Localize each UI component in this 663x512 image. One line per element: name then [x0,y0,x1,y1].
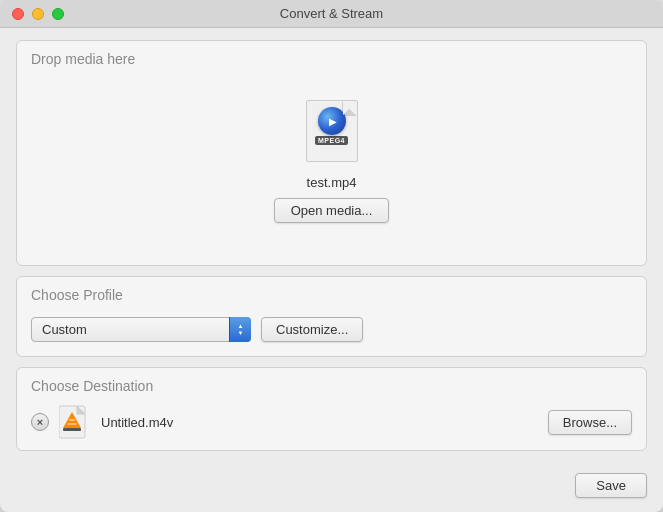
customize-button[interactable]: Customize... [261,317,363,342]
profile-row: Custom ▲ ▼ Customize... [31,313,632,346]
bottom-bar: Save [0,467,663,512]
drop-area[interactable]: MPEG4 test.mp4 Open media... [31,67,632,255]
destination-row: × Untitled.m4v Browse... [31,404,632,440]
open-media-button[interactable]: Open media... [274,198,390,223]
window-title: Convert & Stream [280,6,383,21]
mpeg4-badge: MPEG4 [315,136,348,145]
file-paper: MPEG4 [306,100,358,162]
vlc-icon [59,404,91,440]
quicktime-icon [318,107,346,135]
browse-button[interactable]: Browse... [548,410,632,435]
choose-profile-label: Choose Profile [31,287,632,303]
dropped-file-name: test.mp4 [307,175,357,190]
svg-rect-4 [63,428,81,431]
choose-destination-label: Choose Destination [31,378,632,394]
main-window: Convert & Stream Drop media here MPEG4 t… [0,0,663,512]
remove-destination-button[interactable]: × [31,413,49,431]
remove-icon: × [37,417,43,428]
save-button[interactable]: Save [575,473,647,498]
choose-profile-section: Choose Profile Custom ▲ ▼ Customize... [16,276,647,357]
destination-file-name: Untitled.m4v [101,415,538,430]
maximize-button[interactable] [52,8,64,20]
traffic-lights [12,8,64,20]
drop-media-section: Drop media here MPEG4 test.mp4 Open medi… [16,40,647,266]
minimize-button[interactable] [32,8,44,20]
profile-select-wrapper: Custom ▲ ▼ [31,317,251,342]
drop-media-label: Drop media here [31,51,135,67]
main-content: Drop media here MPEG4 test.mp4 Open medi… [0,28,663,467]
profile-select[interactable]: Custom [31,317,251,342]
close-button[interactable] [12,8,24,20]
titlebar: Convert & Stream [0,0,663,28]
file-icon: MPEG4 [304,99,360,163]
choose-destination-section: Choose Destination × [16,367,647,451]
